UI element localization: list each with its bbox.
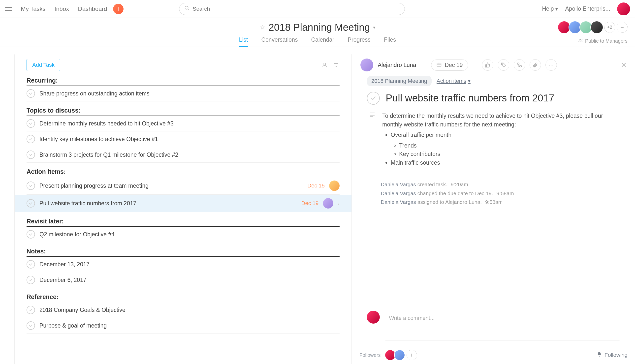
- followers-label: Followers: [359, 352, 381, 358]
- collaborators: +2 +: [559, 21, 627, 34]
- project-header: ☆ 2018 Planning Meeting ▾ List Conversat…: [0, 18, 635, 47]
- task-row[interactable]: Identify key milestones to achieve Objec…: [27, 132, 340, 147]
- project-title[interactable]: 2018 Planning Meeting: [268, 22, 370, 33]
- section-title[interactable]: Reference:: [27, 293, 340, 302]
- description-icon: [369, 112, 376, 167]
- like-button[interactable]: [482, 59, 493, 71]
- project-pill[interactable]: 2018 Planning Meeting: [367, 76, 432, 86]
- section-title[interactable]: Topics to discuss:: [27, 107, 340, 116]
- svg-rect-15: [520, 66, 521, 67]
- following-toggle[interactable]: Following: [596, 352, 627, 358]
- section-title[interactable]: Notes:: [27, 248, 340, 257]
- task-title-text: Pull website traffic numbers from 2017: [40, 200, 297, 207]
- task-check[interactable]: [27, 230, 35, 238]
- task-title-text: Present planning progress at team meetin…: [40, 182, 303, 189]
- follower-avatar[interactable]: [385, 350, 396, 360]
- task-title-text: Brainstorm 3 projects for Q1 milestone f…: [40, 152, 340, 158]
- task-row[interactable]: Pull website traffic numbers from 2017De…: [15, 195, 351, 212]
- task-description[interactable]: To determine the monthly results we need…: [382, 112, 620, 167]
- tab-calendar[interactable]: Calendar: [311, 36, 334, 46]
- task-check[interactable]: [27, 135, 35, 143]
- task-row[interactable]: Brainstorm 3 projects for Q1 milestone f…: [27, 147, 340, 163]
- subtask-button[interactable]: [514, 59, 525, 71]
- svg-line-1: [188, 9, 189, 10]
- collaborator-avatar[interactable]: [590, 21, 603, 34]
- tab-files[interactable]: Files: [384, 36, 396, 46]
- svg-point-3: [581, 39, 582, 40]
- svg-rect-8: [437, 63, 441, 67]
- task-check[interactable]: [27, 260, 35, 268]
- assignee-filter-icon[interactable]: [321, 62, 328, 68]
- collaborators-more[interactable]: +2: [604, 22, 615, 33]
- task-title-text: Share progress on outstanding action ite…: [40, 90, 340, 97]
- project-privacy[interactable]: Public to Managers: [578, 38, 627, 44]
- more-actions-button[interactable]: ⋯: [545, 59, 557, 71]
- create-new-button[interactable]: +: [113, 4, 124, 14]
- task-row[interactable]: Share progress on outstanding action ite…: [27, 86, 340, 102]
- task-detail-pane: Alejandro Luna Dec 19: [352, 54, 635, 364]
- hamburger-menu-icon[interactable]: [5, 6, 12, 12]
- chevron-down-icon: ▾: [468, 78, 470, 84]
- task-check[interactable]: [27, 321, 35, 330]
- complete-task-check[interactable]: [367, 92, 380, 105]
- task-check[interactable]: [27, 182, 35, 190]
- due-date-chip[interactable]: Dec 19: [431, 60, 468, 71]
- assignee-avatar[interactable]: [360, 58, 373, 72]
- task-due-date: Dec 15: [307, 182, 325, 189]
- follower-avatar[interactable]: [394, 350, 405, 360]
- task-row[interactable]: December 13, 2017: [27, 257, 340, 272]
- assignee-name[interactable]: Alejandro Luna: [378, 62, 416, 68]
- org-name[interactable]: Apollo Enterpris...: [565, 6, 610, 12]
- task-row[interactable]: Determine monthly results needed to hit …: [27, 116, 340, 132]
- chevron-right-icon: ›: [338, 200, 340, 206]
- commenter-avatar: [367, 311, 380, 324]
- add-collaborator-button[interactable]: +: [617, 22, 627, 33]
- task-title[interactable]: Pull website traffic numbers from 2017: [386, 92, 554, 104]
- task-check[interactable]: [27, 119, 35, 128]
- nav-my-tasks[interactable]: My Tasks: [21, 6, 46, 12]
- project-dropdown-icon[interactable]: ▾: [373, 25, 375, 30]
- comment-input[interactable]: Write a comment...: [385, 311, 620, 340]
- task-title-text: 2018 Company Goals & Objective: [40, 307, 340, 314]
- task-check[interactable]: [27, 199, 35, 208]
- chevron-down-icon: ▾: [555, 6, 558, 12]
- task-row[interactable]: Present planning progress at team meetin…: [27, 177, 340, 195]
- close-detail-button[interactable]: ✕: [621, 61, 626, 69]
- task-check[interactable]: [27, 89, 35, 98]
- section-title[interactable]: Action items:: [27, 168, 340, 177]
- tag-button[interactable]: [498, 59, 509, 71]
- detail-header: Alejandro Luna Dec 19: [352, 54, 635, 76]
- search-input[interactable]: [193, 6, 400, 12]
- user-avatar[interactable]: [617, 2, 630, 15]
- task-title-text: Purpose & goal of meeting: [40, 322, 340, 329]
- add-task-button[interactable]: Add Task: [27, 59, 60, 71]
- task-title-text: December 6, 2017: [40, 277, 340, 284]
- search-box[interactable]: [179, 3, 405, 15]
- task-check[interactable]: [27, 306, 35, 314]
- task-row[interactable]: Q2 milestone for Objective #4: [27, 227, 340, 242]
- task-row[interactable]: 2018 Company Goals & Objective: [27, 302, 340, 318]
- task-row[interactable]: Purpose & goal of meeting: [27, 318, 340, 334]
- project-tabs: List Conversations Calendar Progress Fil…: [0, 36, 635, 46]
- tab-list[interactable]: List: [239, 36, 248, 46]
- tab-conversations[interactable]: Conversations: [261, 36, 298, 46]
- task-assignee-avatar[interactable]: [323, 198, 333, 208]
- bell-icon: [596, 352, 602, 358]
- section-title[interactable]: Revisit later:: [27, 218, 340, 227]
- filter-icon[interactable]: [333, 62, 340, 68]
- section-title[interactable]: Recurring:: [27, 77, 340, 86]
- tab-progress[interactable]: Progress: [348, 36, 371, 46]
- task-check[interactable]: [27, 276, 35, 284]
- task-assignee-avatar[interactable]: [329, 180, 340, 191]
- task-check[interactable]: [27, 150, 35, 159]
- attachment-button[interactable]: [529, 59, 541, 71]
- section-link[interactable]: Action items ▾: [437, 78, 470, 84]
- task-row[interactable]: December 6, 2017: [27, 272, 340, 288]
- star-icon[interactable]: ☆: [260, 24, 265, 31]
- nav-dashboard[interactable]: Dashboard: [78, 6, 107, 12]
- nav-inbox[interactable]: Inbox: [55, 6, 69, 12]
- help-menu[interactable]: Help▾: [542, 6, 558, 12]
- svg-point-0: [185, 6, 188, 9]
- add-follower-button[interactable]: +: [407, 350, 417, 360]
- activity-entry: Daniela Vargas changed the due date to D…: [381, 189, 620, 198]
